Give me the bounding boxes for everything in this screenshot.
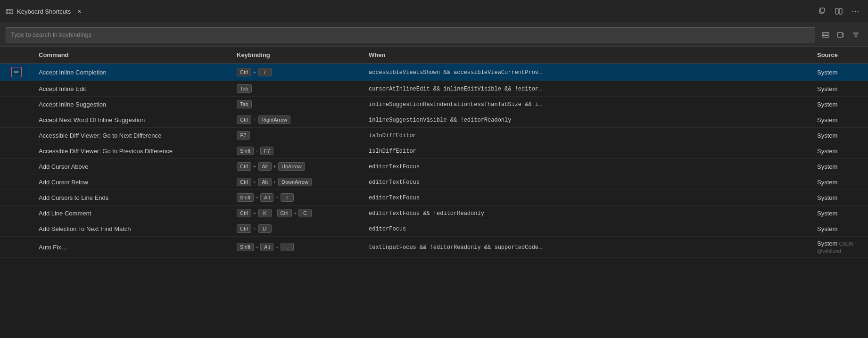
keybindings-table-container: Command Keybinding When Source ✏Accept I… bbox=[0, 47, 868, 338]
source-cell: System bbox=[811, 128, 868, 143]
key-badge: Alt bbox=[260, 243, 273, 251]
table-row[interactable]: Add Cursor BelowCtrl+Alt+DownArroweditor… bbox=[0, 174, 868, 190]
when-text: editorTextFocus bbox=[369, 195, 420, 201]
table-row[interactable]: Accessible Diff Viewer: Go to Next Diffe… bbox=[0, 128, 868, 143]
when-text: inlineSuggestionVisible && !editorReadon… bbox=[369, 117, 511, 124]
filter-menu-btn[interactable] bbox=[849, 28, 862, 41]
key-separator: + bbox=[253, 164, 256, 169]
copy-icon bbox=[818, 8, 826, 15]
search-actions bbox=[819, 28, 862, 41]
table-row[interactable]: Accept Inline EditTabcursorAtInlineEdit … bbox=[0, 81, 868, 97]
keybinding-cell: Shift+F7 bbox=[231, 143, 363, 159]
table-row[interactable]: Add Line CommentCtrl+KCtrl+CeditorTextFo… bbox=[0, 206, 868, 221]
command-cell: Add Line Comment bbox=[33, 206, 231, 221]
table-header: Command Keybinding When Source bbox=[0, 47, 868, 64]
keybinding-cell: Ctrl+Alt+UpArrow bbox=[231, 159, 363, 174]
key-badge: D bbox=[258, 224, 272, 233]
key-badge: Tab bbox=[237, 100, 252, 108]
when-text: cursorAtInlineEdit && inlineEditVisible … bbox=[369, 86, 542, 92]
table-row[interactable]: Accept Inline SuggestionTabinlineSuggest… bbox=[0, 97, 868, 112]
tab-close-button[interactable]: × bbox=[74, 7, 84, 16]
command-cell: Accept Next Word Of Inline Suggestion bbox=[33, 112, 231, 128]
row-action-cell bbox=[0, 221, 33, 237]
source-cell: System bbox=[811, 221, 868, 237]
key-badge: K bbox=[258, 209, 272, 217]
source-text: System bbox=[817, 225, 837, 232]
command-cell: Accept Inline Completion bbox=[33, 64, 231, 81]
table-row[interactable]: Accessible Diff Viewer: Go to Previous D… bbox=[0, 143, 868, 159]
col-header-actions bbox=[0, 47, 33, 64]
table-row[interactable]: Accept Next Word Of Inline SuggestionCtr… bbox=[0, 112, 868, 128]
key-separator: + bbox=[255, 244, 259, 250]
when-cell: inlineSuggestionVisible && !editorReadon… bbox=[363, 112, 811, 128]
source-cell: System bbox=[811, 64, 868, 81]
row-action-cell bbox=[0, 206, 33, 221]
svg-rect-9 bbox=[835, 8, 838, 14]
keyboard-icon bbox=[6, 8, 13, 15]
source-text: System bbox=[817, 179, 837, 186]
key-combo: F7 bbox=[237, 131, 357, 140]
key-combo: Shift+Alt+. bbox=[237, 243, 357, 251]
row-action-cell bbox=[0, 143, 33, 159]
table-row[interactable]: Auto Fix…Shift+Alt+.textInputFocus && !e… bbox=[0, 237, 868, 258]
key-badge: Ctrl bbox=[237, 115, 251, 124]
svg-rect-11 bbox=[822, 33, 829, 37]
keybinding-cell: Tab bbox=[231, 97, 363, 112]
table-row[interactable]: Add Cursor AboveCtrl+Alt+UpArroweditorTe… bbox=[0, 159, 868, 174]
key-badge: Shift bbox=[237, 193, 254, 202]
key-badge: F7 bbox=[260, 147, 273, 155]
keybinding-cell: Shift+Alt+. bbox=[231, 237, 363, 258]
svg-rect-16 bbox=[823, 35, 824, 36]
keyboard-small-icon bbox=[822, 31, 829, 39]
command-cell: Accessible Diff Viewer: Go to Previous D… bbox=[33, 143, 231, 159]
command-cell: Auto Fix… bbox=[33, 237, 231, 258]
svg-rect-1 bbox=[7, 10, 8, 11]
filter-icon bbox=[852, 31, 860, 39]
record-icon bbox=[837, 31, 844, 39]
row-action-cell bbox=[0, 128, 33, 143]
key-separator: + bbox=[293, 210, 297, 216]
key-badge: / bbox=[258, 68, 272, 76]
source-text: System bbox=[817, 101, 837, 108]
keyboard-shortcuts-icon-btn[interactable] bbox=[819, 28, 832, 41]
command-cell: Accessible Diff Viewer: Go to Next Diffe… bbox=[33, 128, 231, 143]
record-keybinding-btn[interactable] bbox=[834, 28, 847, 41]
when-cell: cursorAtInlineEdit && inlineEditVisible … bbox=[363, 81, 811, 97]
when-cell: inlineSuggestionHasIndentationLessThanTa… bbox=[363, 97, 811, 112]
title-bar-right: ··· bbox=[815, 5, 862, 18]
row-action-cell bbox=[0, 81, 33, 97]
source-text: System bbox=[817, 194, 837, 201]
table-body: ✏Accept Inline CompletionCtrl+/accessibl… bbox=[0, 64, 868, 258]
svg-rect-14 bbox=[826, 33, 827, 34]
table-row[interactable]: ✏Accept Inline CompletionCtrl+/accessibl… bbox=[0, 64, 868, 81]
svg-rect-0 bbox=[6, 9, 13, 14]
row-action-cell bbox=[0, 237, 33, 258]
table-row[interactable]: Add Selection To Next Find MatchCtrl+Ded… bbox=[0, 221, 868, 237]
when-cell: textInputFocus && !editorReadonly && sup… bbox=[363, 237, 811, 258]
key-separator: + bbox=[273, 179, 277, 185]
command-cell: Add Cursors to Line Ends bbox=[33, 190, 231, 206]
when-cell: editorTextFocus bbox=[363, 174, 811, 190]
split-editor-button[interactable] bbox=[832, 5, 845, 18]
table-row[interactable]: Add Cursors to Line EndsShift+Alt+Iedito… bbox=[0, 190, 868, 206]
key-separator: + bbox=[273, 164, 277, 169]
row-action-cell bbox=[0, 112, 33, 128]
svg-rect-12 bbox=[823, 33, 824, 34]
key-separator: + bbox=[253, 69, 256, 75]
search-input[interactable] bbox=[6, 27, 815, 42]
key-badge: Shift bbox=[237, 147, 254, 155]
source-cell: System bbox=[811, 206, 868, 221]
key-badge: UpArrow bbox=[278, 162, 305, 171]
key-badge: Ctrl bbox=[237, 162, 251, 171]
copy-editor-button[interactable] bbox=[815, 5, 828, 18]
key-separator: + bbox=[275, 195, 279, 200]
more-actions-button[interactable]: ··· bbox=[849, 5, 862, 18]
key-badge: Ctrl bbox=[237, 224, 251, 233]
key-badge: F7 bbox=[237, 131, 250, 140]
key-badge: Alt bbox=[260, 193, 273, 202]
when-cell: isInDiffEditor bbox=[363, 143, 811, 159]
key-separator: + bbox=[255, 148, 259, 154]
source-cell: System bbox=[811, 143, 868, 159]
source-cell: System bbox=[811, 97, 868, 112]
source-cell: System bbox=[811, 190, 868, 206]
